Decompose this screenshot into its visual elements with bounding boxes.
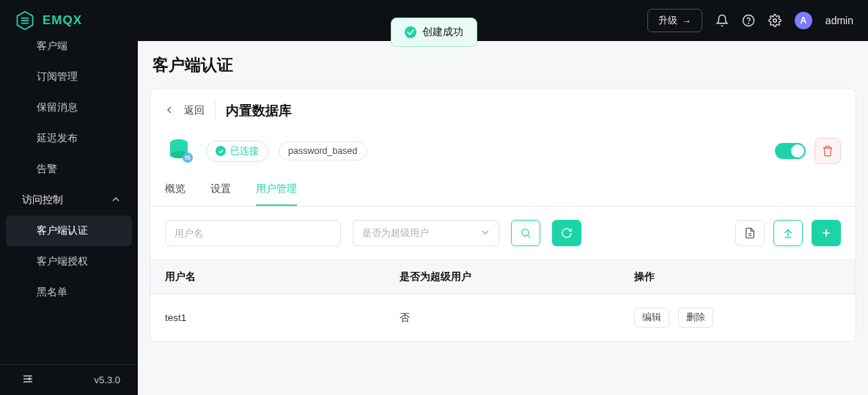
back-button[interactable]: 返回 <box>184 104 205 117</box>
sidebar: 客户端 订阅管理 保留消息 延迟发布 告警 访问控制 客户端认证 客户端授权 黑… <box>0 41 138 395</box>
arrow-right-icon: → <box>682 15 691 26</box>
row-delete-button[interactable]: 删除 <box>678 308 713 328</box>
file-icon <box>744 227 756 239</box>
svg-point-2 <box>773 19 777 23</box>
help-icon[interactable] <box>742 14 755 27</box>
sidebar-item-blacklist[interactable]: 黑名单 <box>0 277 138 308</box>
refresh-button[interactable] <box>552 220 581 246</box>
superuser-filter-select[interactable]: 是否为超级用户 <box>353 220 499 246</box>
connected-label: 已连接 <box>230 145 259 158</box>
logo-text: EMQX <box>43 13 82 28</box>
sidebar-item-authorization[interactable]: 客户端授权 <box>0 246 138 277</box>
svg-point-6 <box>522 229 529 236</box>
mechanism-pill: password_based <box>279 141 367 160</box>
tabs: 概览 设置 用户管理 <box>150 166 856 207</box>
sidebar-item-subscriptions[interactable]: 订阅管理 <box>0 62 138 92</box>
delete-button[interactable] <box>814 138 841 164</box>
status-pill-connected: 已连接 <box>206 141 268 162</box>
back-arrow-icon[interactable] <box>165 104 174 117</box>
table-row: test1 否 编辑 删除 <box>150 295 856 342</box>
search-button[interactable] <box>511 220 540 246</box>
chevron-down-icon <box>481 228 490 239</box>
svg-point-1 <box>748 23 749 23</box>
sidebar-item-retained[interactable]: 保留消息 <box>0 92 138 123</box>
chevron-up-icon <box>111 194 120 206</box>
col-header-superuser: 是否为超级用户 <box>400 270 634 284</box>
avatar[interactable]: A <box>795 12 812 29</box>
checkmark-icon <box>405 26 416 38</box>
detail-card: 返回 内置数据库 <box>150 88 856 342</box>
superuser-placeholder: 是否为超级用户 <box>362 226 429 240</box>
sidebar-footer: v5.3.0 <box>0 364 138 395</box>
sidebar-item-clients[interactable]: 客户端 <box>0 41 138 62</box>
tab-settings[interactable]: 设置 <box>210 182 231 206</box>
refresh-icon <box>561 227 573 239</box>
cell-superuser: 否 <box>400 311 634 325</box>
settings-icon[interactable] <box>768 14 781 27</box>
toast-message: 创建成功 <box>422 26 463 39</box>
page-title: 客户端认证 <box>150 54 856 76</box>
logo-icon <box>15 10 35 31</box>
plus-icon <box>820 227 832 239</box>
trash-icon <box>822 145 834 157</box>
version-label: v5.3.0 <box>95 374 120 385</box>
add-button[interactable] <box>812 220 841 246</box>
database-icon <box>165 136 196 166</box>
success-toast: 创建成功 <box>391 18 477 47</box>
checkmark-icon <box>216 146 226 156</box>
edit-button[interactable]: 编辑 <box>634 308 669 328</box>
main-content: 客户端认证 返回 内置数据库 <box>138 41 868 395</box>
sidebar-item-alarms[interactable]: 告警 <box>0 154 138 185</box>
sidebar-item-delayed[interactable]: 延迟发布 <box>0 123 138 154</box>
mechanism-label: password_based <box>288 146 358 156</box>
export-button[interactable] <box>735 220 765 246</box>
bell-icon[interactable] <box>716 14 729 27</box>
tab-overview[interactable]: 概览 <box>165 182 185 206</box>
sidebar-group-access-control[interactable]: 访问控制 <box>0 185 138 215</box>
logo-area[interactable]: EMQX <box>15 10 82 31</box>
divider <box>215 100 216 121</box>
sidebar-item-authentication[interactable]: 客户端认证 <box>6 215 132 246</box>
username-filter-input[interactable] <box>165 220 341 246</box>
enable-toggle[interactable] <box>775 143 806 159</box>
col-header-username: 用户名 <box>165 270 400 284</box>
tab-user-management[interactable]: 用户管理 <box>256 182 297 206</box>
db-title: 内置数据库 <box>226 102 292 119</box>
import-button[interactable] <box>773 220 803 246</box>
table-header: 用户名 是否为超级用户 操作 <box>150 259 856 295</box>
search-icon <box>520 227 532 239</box>
upgrade-button[interactable]: 升级 → <box>647 9 702 32</box>
col-header-action: 操作 <box>634 270 841 284</box>
cell-username: test1 <box>165 312 400 323</box>
upload-icon <box>782 227 794 239</box>
admin-name[interactable]: admin <box>825 15 853 26</box>
collapse-icon[interactable] <box>22 373 34 387</box>
svg-point-0 <box>743 15 754 26</box>
upgrade-label: 升级 <box>658 14 677 27</box>
sidebar-group-label: 访问控制 <box>22 193 63 207</box>
